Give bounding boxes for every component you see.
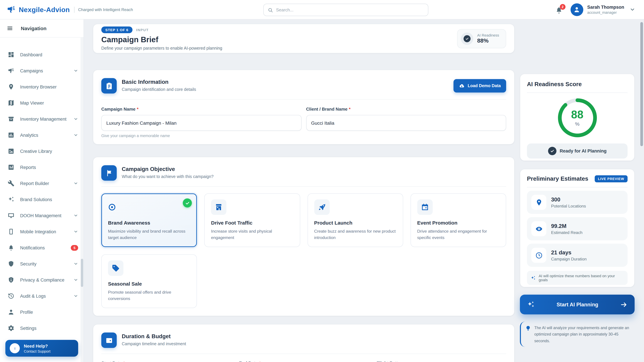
- objective-option-drive-foot-traffic[interactable]: Drive Foot Traffic Increase store visits…: [204, 193, 300, 247]
- shield-info-icon: [8, 277, 14, 283]
- notifications-count-badge: 5: [71, 245, 78, 251]
- sidebar-item-campaigns[interactable]: Campaigns: [0, 63, 84, 79]
- estimate-row-reach: 99.2M Estimated Reach: [527, 217, 628, 240]
- chevron-down-icon[interactable]: [630, 7, 635, 12]
- duration-texts: Duration & Budget Campaign timeline and …: [122, 333, 186, 346]
- sidebar-item-report-builder[interactable]: Report Builder: [0, 175, 84, 191]
- search-input[interactable]: [276, 7, 424, 12]
- map-pin-icon: [8, 83, 14, 90]
- end-date-label: End Date*: [239, 361, 261, 362]
- bar-chart-icon: [8, 132, 14, 138]
- campaign-name-helper: Give your campaign a memorable name: [101, 134, 301, 138]
- sidebar-header: Navigation: [0, 19, 84, 37]
- sidebar-item-privacy-compliance[interactable]: Privacy & Compliance: [0, 272, 84, 288]
- estimates-note-text: AI will optimize these numbers based on …: [539, 274, 624, 282]
- sidebar-nav: Dashboard Campaigns Inventory Browser Ma…: [0, 37, 84, 362]
- sidebar-item-map-viewer[interactable]: Map Viewer: [0, 95, 84, 111]
- info-icon: [10, 343, 20, 353]
- right-rail: AI Readiness Score 88 %: [520, 24, 634, 362]
- sidebar-item-inventory-browser[interactable]: Inventory Browser: [0, 79, 84, 95]
- campaign-name-label: Campaign Name*: [101, 107, 138, 112]
- section-subtitle: Campaign identification and core details: [122, 87, 196, 92]
- basic-info-texts: Basic Information Campaign identificatio…: [122, 78, 196, 92]
- user-role: account_manager: [587, 10, 624, 14]
- sidebar-item-security[interactable]: Security: [0, 256, 84, 272]
- page-header-card: STEP 1 OF 6 INPUT Campaign Brief Define …: [93, 24, 514, 53]
- readiness-status-text: Ready for AI Planning: [560, 148, 606, 153]
- user-info[interactable]: Sarah Thompson account_manager: [587, 5, 624, 14]
- chevron-down-icon: [74, 261, 78, 266]
- brand-tagline: Charged with Intelligent Reach: [74, 6, 133, 12]
- load-demo-data-button[interactable]: Load Demo Data: [454, 79, 506, 92]
- objective-option-product-launch[interactable]: Product Launch Create buzz and awareness…: [308, 193, 403, 247]
- sidebar-item-analytics[interactable]: Analytics: [0, 127, 84, 143]
- footnote-text: The AI will analyze your requirements an…: [534, 325, 633, 344]
- objective-header: Campaign Objective What do you want to a…: [101, 165, 506, 181]
- section-title: Duration & Budget: [122, 333, 186, 340]
- global-search[interactable]: [263, 4, 428, 16]
- sparkles-icon: [527, 301, 535, 308]
- sidebar-item-inventory-management[interactable]: Inventory Management: [0, 111, 84, 127]
- sidebar-item-dooh-management[interactable]: DOOH Management: [0, 207, 84, 224]
- sidebar-item-audit-logs[interactable]: Audit & Logs: [0, 288, 84, 304]
- step-badge: STEP 1 OF 6: [101, 26, 132, 33]
- readiness-chip-circle: [461, 32, 473, 45]
- hamburger-menu-icon[interactable]: [7, 25, 13, 31]
- sidebar-item-dashboard[interactable]: Dashboard: [0, 46, 84, 63]
- chevron-down-icon: [74, 68, 78, 73]
- client-name-group: Client / Brand Name*: [306, 106, 506, 138]
- sidebar: Navigation Dashboard Campaigns Inventory…: [0, 19, 84, 362]
- campaign-name-group: Campaign Name* Give your campaign a memo…: [101, 106, 301, 138]
- notifications-button[interactable]: 2: [555, 5, 563, 14]
- sidebar-item-creative-library[interactable]: Creative Library: [0, 143, 84, 159]
- estimate-label: Potential Locations: [551, 204, 586, 208]
- page-header-texts: STEP 1 OF 6 INPUT Campaign Brief Define …: [101, 26, 222, 51]
- lightbulb-icon: [525, 326, 531, 331]
- tag-icon: [108, 260, 124, 276]
- sidebar-title: Navigation: [21, 25, 46, 31]
- sidebar-item-brand-solutions[interactable]: Brand Solutions: [0, 191, 84, 207]
- user-avatar[interactable]: [570, 3, 583, 16]
- flag-icon: [101, 165, 117, 181]
- duration-header: Duration & Budget Campaign timeline and …: [101, 333, 506, 348]
- panel-title: AI Readiness Score: [527, 81, 628, 88]
- sparkles-icon: [531, 275, 536, 280]
- brand-logo[interactable]: Nexgile-Advion Charged with Intelligent …: [0, 5, 133, 14]
- flight-pattern-label: Flight Pattern: [376, 361, 405, 362]
- need-help-card[interactable]: Need Help? Contact Support: [5, 340, 78, 357]
- clock-icon: [531, 248, 546, 263]
- client-name-label: Client / Brand Name*: [306, 107, 350, 112]
- step-indicator: STEP 1 OF 6 INPUT: [101, 26, 222, 33]
- app-body: Navigation Dashboard Campaigns Inventory…: [0, 19, 644, 362]
- sidebar-scrollbar-thumb[interactable]: [81, 259, 83, 287]
- app-header: Nexgile-Advion Charged with Intelligent …: [0, 0, 644, 19]
- wrench-icon: [8, 180, 14, 187]
- ai-readiness-chip: AI Readiness 88%: [457, 29, 506, 48]
- objective-option-event-promotion[interactable]: Event Promotion Drive attendance and eng…: [410, 193, 506, 247]
- check-circle-icon: [548, 147, 556, 155]
- cta-label: Start AI Planning: [535, 302, 620, 308]
- sidebar-item-reports[interactable]: Reports: [0, 159, 84, 175]
- readiness-donut-gauge: 88 %: [558, 98, 597, 137]
- divider: [101, 186, 506, 187]
- help-texts: Need Help? Contact Support: [24, 344, 50, 353]
- gear-icon: [8, 325, 14, 332]
- objective-option-seasonal-sale[interactable]: Seasonal Sale Promote seasonal offers an…: [101, 254, 197, 308]
- client-name-field[interactable]: [306, 115, 506, 131]
- basic-information-section: Basic Information Campaign identificatio…: [93, 70, 514, 144]
- sidebar-item-profile[interactable]: Profile: [0, 304, 84, 320]
- start-ai-planning-button[interactable]: Start AI Planning: [520, 295, 634, 314]
- help-subtitle: Contact Support: [24, 349, 50, 353]
- help-title: Need Help?: [24, 344, 50, 349]
- donut-center-labels: 88 %: [558, 98, 597, 137]
- sidebar-item-settings[interactable]: Settings: [0, 320, 84, 336]
- objective-option-brand-awareness[interactable]: Brand Awareness Maximize visibility and …: [101, 193, 197, 247]
- campaign-name-field[interactable]: [101, 115, 301, 131]
- sidebar-item-mobile-integration[interactable]: Mobile Integration: [0, 224, 84, 240]
- page-scrollbar-thumb[interactable]: [640, 22, 643, 146]
- check-circle-icon: [464, 35, 470, 42]
- estimate-row-duration: 21 days Campaign Duration: [527, 244, 628, 267]
- map-icon: [8, 99, 14, 106]
- sidebar-item-notifications[interactable]: Notifications 5: [0, 240, 84, 256]
- map-pin-icon: [531, 195, 546, 210]
